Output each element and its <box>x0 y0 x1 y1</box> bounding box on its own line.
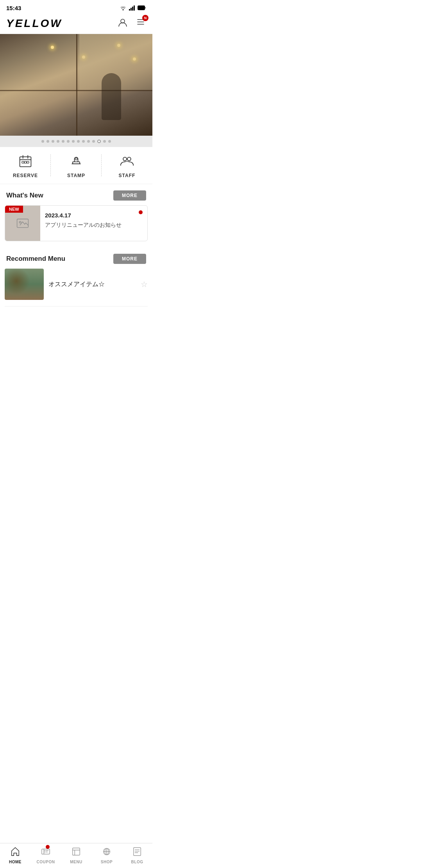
carousel-dots <box>0 136 152 147</box>
recommend-menu-title: Recommend Menu <box>6 255 65 263</box>
favorite-star-icon[interactable]: ☆ <box>141 280 148 289</box>
blog-label: BLOG <box>131 860 143 864</box>
staff-label: STAFF <box>119 173 136 178</box>
profile-button[interactable] <box>117 17 128 30</box>
svg-rect-8 <box>22 161 24 163</box>
dot-6[interactable] <box>67 140 70 143</box>
recommend-content: オススメアイテム☆ <box>44 280 141 289</box>
bottom-nav-blog[interactable]: BLOG <box>122 843 152 868</box>
header: YELLOW N <box>0 14 152 34</box>
bottom-nav-shop[interactable]: SHOP <box>91 843 122 868</box>
bottom-nav-menu[interactable]: MENU <box>61 843 91 868</box>
news-badge: NEW <box>5 206 23 213</box>
battery-icon <box>138 5 146 10</box>
bottom-nav-home[interactable]: HOME <box>0 843 30 868</box>
staff-icon <box>120 154 134 170</box>
svg-rect-9 <box>24 161 26 163</box>
header-actions: N <box>117 17 146 30</box>
menu-label: MENU <box>70 860 82 864</box>
svg-rect-21 <box>134 848 141 855</box>
recommend-more-button[interactable]: MORE <box>113 254 146 264</box>
news-unread-dot <box>139 210 143 214</box>
quick-nav-staff[interactable]: STAFF <box>102 147 152 184</box>
status-bar: 15:43 <box>0 0 152 14</box>
home-label: HOME <box>9 860 21 864</box>
recommend-name: オススメアイテム☆ <box>48 280 136 289</box>
svg-rect-17 <box>42 849 50 854</box>
dot-13[interactable] <box>103 140 106 143</box>
stamp-label: STAMP <box>67 173 85 178</box>
whats-new-header: What's New MORE <box>0 184 152 205</box>
svg-rect-15 <box>17 219 29 228</box>
whats-new-title: What's New <box>6 192 43 199</box>
svg-rect-0 <box>129 9 130 11</box>
dot-4[interactable] <box>57 140 59 143</box>
light-bulb-1 <box>51 46 54 49</box>
signal-icon <box>129 5 135 11</box>
recommend-menu-header: Recommend Menu MORE <box>0 247 152 269</box>
recommend-thumbnail <box>5 269 44 300</box>
news-date: 2023.4.17 <box>45 212 143 219</box>
dot-5[interactable] <box>62 140 64 143</box>
hero-banner <box>0 34 152 136</box>
quick-nav-stamp[interactable]: STAMP <box>51 147 102 184</box>
dot-7[interactable] <box>72 140 75 143</box>
status-icons <box>120 5 146 11</box>
bottom-nav-coupon[interactable]: COUPON <box>30 843 61 868</box>
svg-rect-10 <box>27 161 29 163</box>
whats-new-more-button[interactable]: MORE <box>113 190 146 201</box>
svg-rect-3 <box>134 5 135 11</box>
recommend-item[interactable]: オススメアイテム☆ ☆ <box>5 269 148 307</box>
wifi-icon <box>120 5 127 11</box>
news-item[interactable]: NEW 2023.4.17 アプリリニューアルのお知らせ <box>5 205 148 241</box>
svg-point-14 <box>127 157 131 161</box>
app-logo: YELLOW <box>6 17 63 30</box>
dot-1[interactable] <box>41 140 44 143</box>
dot-3[interactable] <box>52 140 54 143</box>
status-time: 15:43 <box>6 5 21 11</box>
calendar-icon <box>18 154 32 170</box>
svg-rect-5 <box>138 6 143 9</box>
shop-icon <box>102 846 112 858</box>
svg-rect-7 <box>20 157 31 167</box>
bottom-nav: HOME COUPON MENU SHOP <box>0 843 152 868</box>
svg-point-16 <box>19 221 21 223</box>
coupon-icon <box>41 846 51 858</box>
news-content: 2023.4.17 アプリリニューアルのお知らせ <box>40 206 147 241</box>
quick-nav-reserve[interactable]: RESERVE <box>0 147 51 184</box>
dot-10[interactable] <box>87 140 90 143</box>
dot-8[interactable] <box>77 140 80 143</box>
dot-9[interactable] <box>82 140 85 143</box>
notification-badge: N <box>142 15 148 21</box>
dot-12-active[interactable] <box>97 140 101 143</box>
news-text: アプリリニューアルのお知らせ <box>45 222 143 229</box>
main-content: What's New MORE NEW 2023.4.17 アプリリニューアルの… <box>0 184 152 344</box>
svg-rect-1 <box>131 8 132 11</box>
reserve-label: RESERVE <box>13 173 38 178</box>
dot-2[interactable] <box>46 140 49 143</box>
home-icon <box>10 846 20 858</box>
stamp-icon <box>69 154 83 170</box>
svg-rect-18 <box>73 848 80 855</box>
menu-icon <box>71 846 81 858</box>
coupon-label: COUPON <box>37 860 55 864</box>
svg-rect-2 <box>132 7 133 11</box>
svg-point-13 <box>123 157 127 161</box>
dot-14[interactable] <box>108 140 111 143</box>
quick-nav: RESERVE STAMP STAFF <box>0 147 152 184</box>
svg-point-12 <box>75 158 77 160</box>
coupon-badge <box>46 845 50 849</box>
shop-label: SHOP <box>101 860 113 864</box>
blog-icon <box>132 846 142 858</box>
notification-button[interactable]: N <box>135 17 146 30</box>
dot-11[interactable] <box>92 140 95 143</box>
